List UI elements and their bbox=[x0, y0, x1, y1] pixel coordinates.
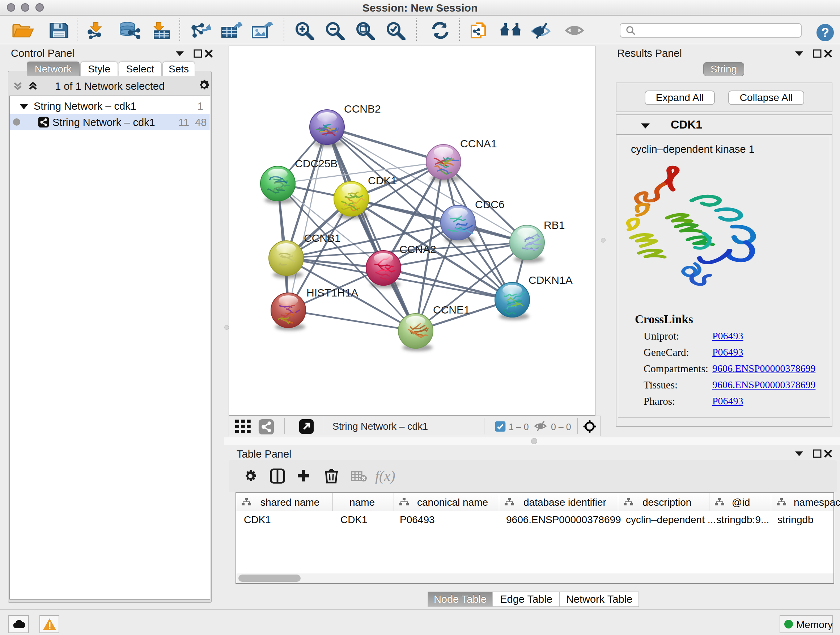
svg-text:CCNB2: CCNB2 bbox=[344, 103, 381, 115]
svg-text:CCNE1: CCNE1 bbox=[433, 304, 470, 316]
svg-text:RB1: RB1 bbox=[544, 219, 565, 231]
svg-text:CCNA2: CCNA2 bbox=[399, 243, 436, 255]
svg-text:CDC6: CDC6 bbox=[475, 198, 505, 211]
svg-text:CDKN1A: CDKN1A bbox=[529, 274, 573, 286]
svg-text:?: ? bbox=[821, 25, 829, 40]
svg-text:CDC25B: CDC25B bbox=[295, 157, 338, 169]
svg-text:HIST1H1A: HIST1H1A bbox=[306, 287, 358, 299]
svg-text:CDK1: CDK1 bbox=[368, 174, 397, 187]
svg-text:CCNB1: CCNB1 bbox=[304, 232, 341, 244]
svg-text:CCNA1: CCNA1 bbox=[460, 138, 497, 149]
